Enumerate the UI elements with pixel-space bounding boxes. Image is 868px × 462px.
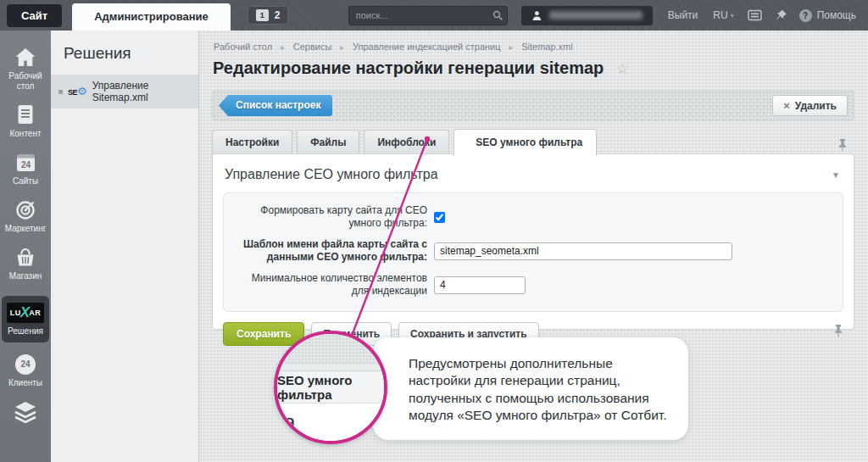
left-icon-sidebar: Рабочий стол Контент 24 Сайты (0, 31, 51, 462)
search-icon[interactable] (490, 10, 507, 21)
search-input[interactable] (349, 10, 490, 20)
sidebar-item-clients[interactable]: 24 Клиенты (2, 354, 49, 388)
form-tabs: Настройки Файлы Инфоблоки SEO умного фил… (212, 129, 854, 155)
sidebar-item-sitemap-management[interactable]: SE ⚙ Управление Sitemap.xml (51, 75, 198, 109)
admin-page: Сайт Администрирование 1 2 Выйти R (0, 0, 868, 462)
settings-form-panel: Управление СЕО умного фильтра ▼ Формиров… (212, 153, 854, 330)
help-button[interactable]: ? Помощь (799, 9, 856, 22)
sidebar-item-layers[interactable] (2, 401, 49, 426)
delete-button-label: Удалить (795, 100, 837, 112)
tab-settings[interactable]: Настройки (212, 130, 292, 155)
keyboard-icon (748, 9, 762, 21)
zoomed-letter: а (284, 410, 295, 434)
clients-24-icon: 24 (15, 354, 36, 375)
luxar-logo-right: AR (29, 309, 41, 317)
hotkeys-button[interactable] (748, 9, 762, 21)
logout-link[interactable]: Выйти (668, 9, 698, 21)
sidebar-item-label: Контент (9, 129, 41, 139)
sidebar-item-solutions[interactable]: LUXAR Решения (2, 296, 49, 342)
min-count-field-label: Минимальное количество элементов для инд… (234, 272, 427, 298)
pin-form-button[interactable] (837, 138, 848, 152)
user-icon (531, 10, 542, 21)
home-icon (14, 47, 36, 68)
sidebar-item-label: Клиенты (8, 378, 42, 388)
form-row-generate: Формировать карту сайта для СЕО умного ф… (234, 204, 832, 230)
tab-seo-smart-filter[interactable]: SEO умного фильтра (453, 129, 597, 156)
sidebar-item-label: Магазин (9, 271, 42, 281)
zoomed-strip (277, 365, 384, 371)
calendar-24-icon: 24 (15, 153, 36, 173)
breadcrumb-item[interactable]: Sitemap.xml (521, 42, 573, 52)
callout-text: Предусмотрены дополнительные настройки д… (409, 355, 675, 425)
breadcrumb-item[interactable]: Рабочий стол (214, 42, 272, 52)
context-toolbar: Список настроек × Удалить (212, 90, 854, 121)
seo-icon-text: SE (68, 88, 77, 97)
template-field-label: Шаблон имени файла карты сайта с данными… (234, 238, 427, 264)
breadcrumb-separator-icon: ▸ (340, 43, 344, 52)
page-title: Редактирование настройки генерации sitem… (213, 58, 604, 77)
callout-bubble: Предусмотрены дополнительные настройки д… (373, 337, 688, 440)
sidebar-item-shop[interactable]: Магазин (2, 248, 49, 281)
zoomed-panel-area: а (277, 404, 384, 441)
user-name-redacted (549, 11, 643, 19)
save-button[interactable]: Сохранить (223, 322, 304, 346)
topbar: Сайт Администрирование 1 2 Выйти R (0, 0, 868, 31)
generate-checkbox-label: Формировать карту сайта для СЕО умного ф… (234, 204, 427, 230)
min-elements-input[interactable] (434, 276, 526, 294)
page-title-row: Редактирование настройки генерации sitem… (213, 58, 629, 78)
notification-icon: 1 (256, 9, 269, 21)
section-title: Управление СЕО умного фильтра (225, 167, 438, 182)
magnifier-callout-circle: SEO умного фильтра а (274, 331, 387, 444)
pin-panel-button[interactable] (776, 9, 787, 21)
site-tab-button[interactable]: Сайт (7, 4, 62, 27)
sidebar-item-desktop[interactable]: Рабочий стол (2, 47, 49, 91)
gear-icon: ⚙ (77, 87, 87, 96)
sidebar-item-sites[interactable]: 24 Сайты (2, 153, 49, 186)
breadcrumb-separator-icon: ▸ (509, 43, 514, 52)
sidebar-item-label: Решения (8, 326, 43, 337)
main-content: Рабочий стол ▸ Сервисы ▸ Управление инде… (199, 31, 868, 462)
tab-files[interactable]: Файлы (297, 130, 359, 155)
sitemap-item-label: Управление Sitemap.xml (92, 80, 193, 103)
generate-sitemap-checkbox[interactable] (434, 212, 445, 223)
breadcrumb: Рабочий стол ▸ Сервисы ▸ Управление инде… (214, 42, 573, 52)
collapse-section-icon[interactable]: ▼ (832, 170, 840, 180)
help-label: Помощь (817, 9, 856, 21)
zoomed-seo-tab: SEO умного фильтра (277, 371, 384, 404)
template-filename-input[interactable] (434, 242, 732, 260)
search-box[interactable] (348, 6, 508, 25)
sidebar-item-marketing[interactable]: Маркетинг (2, 199, 49, 234)
tab-iblocks[interactable]: Инфоблоки (364, 130, 449, 155)
breadcrumb-item[interactable]: Сервисы (293, 42, 332, 52)
pin-icon (776, 9, 787, 21)
zoomed-bar (277, 441, 384, 444)
solutions-panel: Решения SE ⚙ Управление Sitemap.xml (51, 31, 199, 462)
user-menu-button[interactable] (521, 6, 653, 25)
pin-buttons-button[interactable] (833, 324, 843, 337)
bullet-icon (58, 90, 63, 94)
breadcrumb-separator-icon: ▸ (281, 43, 285, 52)
notification-count: 2 (275, 9, 281, 21)
pushpin-icon (837, 138, 848, 152)
layers-icon (14, 401, 37, 423)
settings-list-button[interactable]: Список настроек (219, 95, 332, 116)
language-code: RU (713, 9, 727, 21)
admin-tab-button[interactable]: Администрирование (72, 3, 231, 31)
notifications-button[interactable]: 1 2 (248, 6, 289, 25)
sidebar-item-label: Рабочий стол (2, 71, 49, 91)
document-icon (16, 104, 35, 125)
form-row-min-count: Минимальное количество элементов для инд… (234, 272, 832, 298)
solutions-panel-title: Решения (51, 31, 198, 75)
basket-icon (14, 248, 36, 268)
section-header: Управление СЕО умного фильтра ▼ (213, 154, 854, 191)
chevron-down-icon: ▾ (731, 12, 734, 19)
language-selector[interactable]: RU ▾ (713, 9, 733, 21)
pushpin-icon (833, 324, 843, 337)
delete-button[interactable]: × Удалить (772, 95, 848, 116)
sidebar-item-label: Маркетинг (5, 224, 47, 234)
favorite-star-icon[interactable]: ☆ (616, 61, 629, 77)
seo-gear-icon: SE ⚙ (68, 87, 87, 97)
sidebar-item-content[interactable]: Контент (2, 104, 49, 139)
breadcrumb-item[interactable]: Управление индексацией страниц (353, 42, 501, 52)
question-icon: ? (799, 9, 812, 22)
